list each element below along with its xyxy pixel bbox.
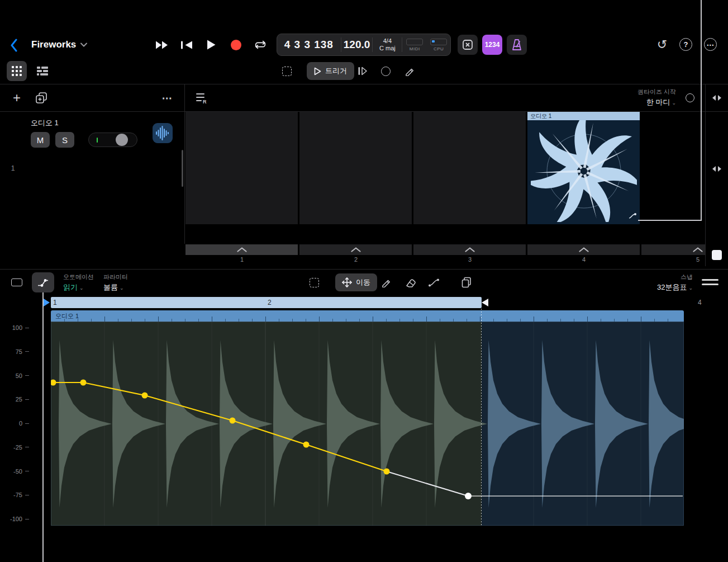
- square-x-icon: [462, 39, 473, 50]
- more-options-button[interactable]: ⋯: [704, 38, 717, 51]
- track-header-more-button[interactable]: ⋯: [159, 90, 175, 106]
- track-volume-slider[interactable]: [88, 133, 137, 147]
- editor-resize-handle[interactable]: [702, 279, 719, 285]
- lcd-display[interactable]: 4 3 3 138 120.0 4/4 C maj MIDI CPU: [277, 34, 451, 56]
- marquee-tool-button[interactable]: [278, 62, 296, 80]
- playhead-position: 4 3 3 138: [284, 39, 334, 51]
- clear-overdub-button[interactable]: [458, 35, 478, 55]
- automation-view-button[interactable]: [32, 272, 54, 292]
- mute-button[interactable]: M: [31, 132, 50, 148]
- value-scale-tick: [25, 399, 29, 400]
- playhead-marker[interactable]: [44, 299, 50, 306]
- count-in-label: 1234: [485, 41, 500, 49]
- value-scale-tick: [25, 375, 29, 376]
- project-title: Fireworks: [31, 39, 76, 50]
- count-in-button[interactable]: 1234: [482, 35, 502, 55]
- callout-line-vertical-left: [42, 292, 44, 562]
- record-button[interactable]: [229, 37, 242, 53]
- value-scale-tick: [25, 471, 29, 471]
- undo-icon: ↺: [657, 37, 667, 52]
- marquee-icon: [282, 67, 292, 76]
- snap-control[interactable]: 스냅 32분음표⌄: [615, 273, 693, 292]
- fast-forward-icon: [155, 40, 169, 50]
- automation-lane[interactable]: [51, 322, 684, 526]
- skip-to-start-icon: [180, 40, 193, 50]
- pencil-tool-button[interactable]: [401, 62, 418, 80]
- go-to-beginning-button[interactable]: [180, 37, 193, 53]
- duplicate-icon: [35, 92, 47, 104]
- handle-bar: [702, 284, 719, 285]
- divider-expand-button[interactable]: [711, 94, 723, 102]
- step-play-icon: [358, 67, 368, 75]
- lcd-tempo[interactable]: 120.0: [341, 34, 373, 55]
- copy-icon: [461, 277, 472, 289]
- eraser-tool-button[interactable]: [402, 273, 420, 291]
- undo-button[interactable]: ↺: [655, 37, 669, 52]
- scene-number: 2: [350, 256, 361, 263]
- project-menu[interactable]: Fireworks: [31, 38, 87, 51]
- help-button[interactable]: ?: [679, 38, 692, 51]
- parameter-control[interactable]: 파라미터 볼륨⌄: [103, 273, 128, 292]
- chevron-up-icon: [579, 247, 589, 252]
- bar-ruler[interactable]: 124: [0, 297, 728, 308]
- loop-cell-empty[interactable]: [299, 112, 412, 224]
- divider-expand-button[interactable]: [711, 165, 723, 173]
- midi-label: MIDI: [410, 46, 420, 51]
- editor-pencil-tool-button[interactable]: [377, 273, 395, 291]
- cell-edit-button[interactable]: [629, 211, 636, 221]
- slider-level-tick: [97, 138, 98, 143]
- fireworks-artwork: [531, 120, 637, 222]
- duplicate-button[interactable]: [34, 90, 49, 106]
- automation-curve-tool-button[interactable]: [426, 273, 444, 291]
- move-icon: [342, 277, 352, 287]
- cycle-end-marker[interactable]: [482, 299, 488, 306]
- loop-cell-empty[interactable]: [413, 112, 526, 224]
- play-button[interactable]: [204, 37, 218, 53]
- chevron-down-icon: [80, 42, 87, 47]
- tempo-value: 120.0: [344, 39, 370, 51]
- circle-icon: [381, 67, 391, 76]
- solo-label: S: [62, 135, 68, 145]
- scene-number: 4: [578, 256, 589, 263]
- audio-region-header[interactable]: 오디오 1: [51, 310, 684, 322]
- cell-header: 오디오 1: [527, 112, 640, 120]
- loop-cell-empty[interactable]: [185, 112, 298, 224]
- cpu-meter: [430, 39, 447, 45]
- row-edit-button[interactable]: R: [194, 90, 210, 106]
- lcd-position[interactable]: 4 3 3 138: [277, 34, 341, 55]
- value-scale-tick: [25, 328, 29, 328]
- quantize-start-control[interactable]: 퀀타이즈 시작 한 마디⌄: [581, 88, 676, 107]
- ellipsis-icon: ⋯: [162, 92, 173, 105]
- track-name[interactable]: 오디오 1: [31, 118, 59, 128]
- record-enable-button[interactable]: [377, 62, 394, 80]
- cycle-button[interactable]: [254, 37, 267, 53]
- trigger-mode-button[interactable]: 트리거: [307, 62, 354, 80]
- ruler-bar-number: 2: [268, 299, 272, 306]
- slider-knob[interactable]: [116, 134, 128, 146]
- time-signature: 4/4: [383, 37, 392, 45]
- metronome-button[interactable]: [507, 35, 527, 55]
- value-scale-label: 50: [0, 372, 22, 380]
- value-scale-tick: [25, 351, 29, 352]
- loop-cell-audio[interactable]: 오디오 1: [527, 112, 640, 224]
- transport-controls: [155, 37, 267, 53]
- tracks-view-button[interactable]: [32, 61, 53, 81]
- track-waveform-button[interactable]: [153, 123, 173, 143]
- lcd-signature-key[interactable]: 4/4 C maj: [373, 34, 402, 55]
- automation-mode-control[interactable]: 오토메이션 읽기⌄: [63, 273, 94, 292]
- fast-forward-button[interactable]: [155, 37, 169, 53]
- stop-all-button[interactable]: [712, 250, 722, 260]
- cell-record-button[interactable]: [686, 93, 694, 102]
- move-tool-button[interactable]: 이동: [335, 273, 377, 291]
- callout-line-horizontal-right: [638, 220, 702, 221]
- pencil-icon: [405, 66, 415, 76]
- copy-tool-button[interactable]: [458, 273, 475, 291]
- snap-value: 32분음표: [657, 283, 687, 291]
- step-play-button[interactable]: [354, 62, 372, 80]
- chevron-up-icon: [465, 247, 475, 252]
- editor-marquee-tool-button[interactable]: [305, 273, 323, 291]
- solo-button[interactable]: S: [55, 132, 74, 148]
- parameter-label: 파라미터: [103, 273, 128, 281]
- beat-ticks: [51, 310, 684, 322]
- chevron-down-icon: ⌄: [688, 285, 693, 291]
